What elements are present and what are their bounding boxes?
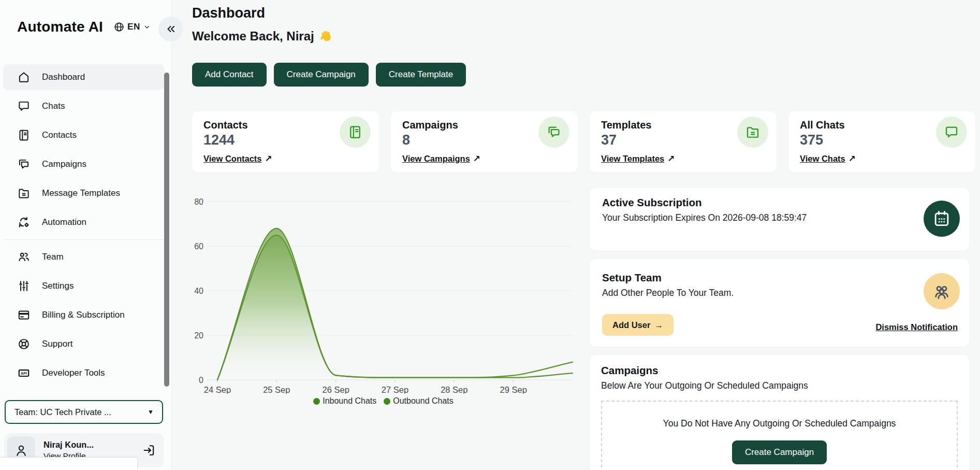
team-selector-value: Team: UC Tech Private ... bbox=[14, 407, 148, 417]
setup-team-title: Setup Team bbox=[602, 272, 957, 284]
stats-row: Contacts 1244 View Contacts↗ Campaigns 8… bbox=[192, 111, 975, 173]
sidebar: Automate AI EN Dashboard Chats Contacts bbox=[0, 0, 171, 470]
campaign-icon bbox=[17, 158, 31, 171]
chat-bubble-icon bbox=[936, 117, 967, 148]
home-icon bbox=[17, 70, 31, 84]
caret-down-icon: ▼ bbox=[148, 408, 154, 416]
sidebar-collapse-button[interactable] bbox=[158, 17, 183, 41]
stat-card-templates: Templates 37 View Templates↗ bbox=[590, 111, 777, 173]
popover-stub bbox=[0, 457, 138, 470]
dismiss-notification-link[interactable]: Dismiss Notification bbox=[875, 322, 958, 332]
chart-plot: 02040608024 Sep25 Sep26 Sep27 Sep28 Sep2… bbox=[193, 194, 574, 394]
create-campaign-button[interactable]: Create Campaign bbox=[274, 63, 369, 87]
campaigns-empty-text: You Do Not Have Any Outgoing Or Schedule… bbox=[602, 418, 957, 429]
stat-card-all-chats: All Chats 375 View Chats↗ bbox=[788, 111, 975, 173]
setup-team-card: Setup Team Add Other People To Your Team… bbox=[590, 259, 969, 347]
sidebar-item-dashboard[interactable]: Dashboard bbox=[3, 64, 165, 90]
svg-text:40: 40 bbox=[194, 287, 203, 295]
view-chats-link[interactable]: View Chats↗ bbox=[800, 153, 856, 164]
svg-text:25 Sep: 25 Sep bbox=[263, 385, 290, 394]
sidebar-item-campaigns[interactable]: Campaigns bbox=[3, 151, 165, 177]
sidebar-item-message-templates[interactable]: Message Templates bbox=[3, 180, 165, 206]
sidebar-item-developer-tools[interactable]: API Developer Tools bbox=[3, 360, 165, 386]
legend-dot-icon bbox=[384, 398, 390, 405]
svg-text:API: API bbox=[21, 372, 27, 376]
team-group-icon bbox=[924, 273, 960, 309]
legend-dot-icon bbox=[313, 398, 320, 405]
stat-card-campaigns: Campaigns 8 View Campaigns↗ bbox=[391, 111, 578, 173]
inbound-outbound-chart: 02040608024 Sep25 Sep26 Sep27 Sep28 Sep2… bbox=[193, 194, 574, 415]
sidebar-item-label: Chats bbox=[42, 101, 65, 111]
subscription-expiry: Your Subscription Expires On 2026-09-08 … bbox=[602, 212, 957, 223]
arrow-right-icon: → bbox=[654, 320, 663, 330]
arrow-up-right-icon: ↗ bbox=[473, 153, 480, 164]
legend-inbound-chats: Inbound Chats bbox=[313, 396, 376, 406]
view-contacts-link[interactable]: View Contacts↗ bbox=[203, 153, 272, 164]
sidebar-item-team[interactable]: Team bbox=[3, 244, 165, 270]
campaign-icon bbox=[538, 117, 569, 148]
page-title: Dashboard bbox=[192, 5, 265, 21]
sidebar-item-label: Team bbox=[42, 252, 64, 262]
person-icon bbox=[13, 443, 29, 458]
app-window: Automate AI EN Dashboard Chats Contacts bbox=[0, 0, 980, 470]
sidebar-nav: Dashboard Chats Contacts Campaigns Messa… bbox=[3, 64, 165, 389]
create-template-button[interactable]: Create Template bbox=[376, 63, 466, 87]
add-contact-button[interactable]: Add Contact bbox=[192, 63, 267, 87]
sidebar-item-label: Support bbox=[42, 339, 73, 349]
arrow-up-right-icon: ↗ bbox=[849, 153, 856, 164]
team-icon bbox=[17, 250, 31, 264]
sidebar-divider bbox=[4, 239, 164, 240]
contact-book-icon bbox=[17, 129, 31, 142]
sidebar-item-label: Settings bbox=[42, 281, 74, 291]
legend-outbound-chats: Outbound Chats bbox=[384, 396, 454, 406]
language-code: EN bbox=[127, 22, 140, 32]
settings-icon bbox=[17, 279, 31, 293]
credit-card-icon bbox=[17, 308, 31, 322]
campaigns-title: Campaigns bbox=[601, 364, 958, 377]
api-icon: API bbox=[17, 366, 31, 380]
setup-team-subtitle: Add Other People To Your Team. bbox=[602, 288, 957, 298]
arrow-up-right-icon: ↗ bbox=[667, 153, 675, 164]
sidebar-scrollbar[interactable] bbox=[164, 73, 169, 387]
right-column: Active Subscription Your Subscription Ex… bbox=[590, 188, 969, 470]
globe-icon bbox=[113, 21, 125, 33]
app-logo: Automate AI bbox=[17, 19, 103, 35]
sidebar-item-label: Message Templates bbox=[42, 188, 120, 198]
language-selector[interactable]: EN bbox=[113, 21, 151, 33]
add-user-button[interactable]: Add User→ bbox=[602, 314, 674, 336]
active-subscription-card: Active Subscription Your Subscription Ex… bbox=[590, 188, 969, 251]
main-content: Dashboard Welcome Back, Niraj Add Contac… bbox=[171, 0, 980, 470]
arrow-up-right-icon: ↗ bbox=[265, 153, 272, 164]
wave-emoji bbox=[319, 30, 333, 44]
view-campaigns-link[interactable]: View Campaigns↗ bbox=[402, 153, 480, 164]
team-selector-dropdown[interactable]: Team: UC Tech Private ... ▼ bbox=[5, 400, 163, 424]
sidebar-item-settings[interactable]: Settings bbox=[3, 273, 165, 299]
sidebar-item-label: Contacts bbox=[42, 130, 77, 140]
chevron-down-icon bbox=[143, 23, 151, 31]
template-icon bbox=[737, 117, 768, 148]
sidebar-item-chats[interactable]: Chats bbox=[3, 93, 165, 119]
view-templates-link[interactable]: View Templates↗ bbox=[601, 153, 675, 164]
sidebar-item-automation[interactable]: Automation bbox=[3, 209, 165, 235]
svg-text:24 Sep: 24 Sep bbox=[204, 385, 231, 394]
sidebar-item-label: Billing & Subscription bbox=[42, 310, 125, 320]
campaigns-empty-state: You Do Not Have Any Outgoing Or Schedule… bbox=[601, 401, 958, 470]
template-icon bbox=[17, 187, 31, 200]
subscription-title: Active Subscription bbox=[602, 196, 957, 209]
sidebar-item-label: Automation bbox=[42, 217, 86, 227]
sidebar-item-support[interactable]: Support bbox=[3, 331, 165, 357]
sidebar-item-contacts[interactable]: Contacts bbox=[3, 122, 165, 148]
lifebuoy-icon bbox=[17, 337, 31, 351]
create-campaign-empty-button[interactable]: Create Campaign bbox=[732, 440, 827, 464]
logout-icon[interactable] bbox=[142, 443, 156, 458]
svg-text:28 Sep: 28 Sep bbox=[441, 385, 467, 394]
campaigns-subtitle: Below Are Your Outgoing Or Scheduled Cam… bbox=[601, 380, 958, 391]
automation-icon bbox=[17, 216, 31, 229]
campaigns-card: Campaigns Below Are Your Outgoing Or Sch… bbox=[590, 355, 969, 470]
sidebar-item-label: Dashboard bbox=[42, 72, 85, 82]
sidebar-item-billing[interactable]: Billing & Subscription bbox=[3, 302, 165, 328]
sidebar-item-label: Developer Tools bbox=[42, 368, 105, 378]
chart-legend: Inbound Chats Outbound Chats bbox=[193, 396, 574, 406]
welcome-message: Welcome Back, Niraj bbox=[192, 29, 333, 44]
svg-text:29 Sep: 29 Sep bbox=[500, 385, 527, 394]
